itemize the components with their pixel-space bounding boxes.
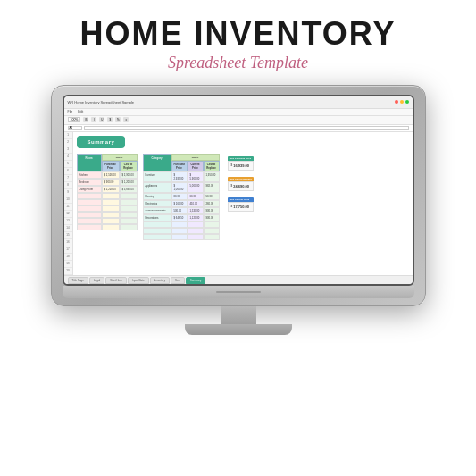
total-replace-amount: $ 24,690.00	[228, 181, 254, 191]
table-row	[77, 193, 138, 199]
monitor-screen: WR Home Inventory Spreadsheet Sample Fil…	[63, 95, 414, 286]
table-row: Furniture $ 2,939.00 $ 5,900.00 1,950.00	[143, 171, 220, 182]
menu-file[interactable]: File	[68, 110, 73, 113]
total-current-value: 17,750.00	[233, 205, 249, 209]
table-row: Appliances $ 1,000.00 5,000.00 982.00	[143, 182, 220, 193]
table-row	[143, 228, 220, 234]
table-row: Cooking Equipments 500.00 1,530.00 900.0…	[143, 207, 220, 214]
total-purchase-box: Total Purchase Price $ 16,939.00	[225, 154, 256, 172]
table-row	[77, 205, 138, 212]
table-row	[143, 234, 220, 240]
room-col-header: Room	[77, 154, 102, 171]
cat-current-header: Current Price	[188, 161, 204, 171]
tab-input-date[interactable]: Input Date	[128, 277, 149, 284]
ss-content: Summary Room TOTAL	[73, 132, 413, 275]
total-replace-value: 24,690.00	[233, 184, 249, 188]
max-btn[interactable]	[405, 100, 409, 104]
total-replace-box: Total Cost to Replace $ 24,690.00	[225, 175, 256, 193]
value-boxes: Total Purchase Price $ 16,939.00 Total C…	[225, 154, 256, 240]
main-title: HOME INVENTORY	[18, 16, 458, 52]
zoom-box[interactable]: 100%	[68, 117, 81, 122]
category-table: Category TOTAL Purchase Price Current Pr…	[143, 154, 220, 240]
table-row	[143, 221, 220, 228]
cell-ref[interactable]: A1	[68, 126, 82, 130]
monitor-chin	[63, 286, 414, 298]
toolbar-btn-1[interactable]: B	[83, 117, 88, 122]
ss-tabs: Title Page Legal Start Here Input Date I…	[64, 275, 413, 284]
tab-summary[interactable]: Summary	[186, 277, 206, 284]
ss-menubar: File Edit	[64, 109, 413, 116]
table-row: Decorations $ 646.50 1,120.00 900.00	[143, 214, 220, 221]
ss-title: WR Home Inventory Spreadsheet Sample	[68, 100, 395, 104]
cat-purchase-header: Purchase Price	[171, 161, 188, 171]
table-row: Kitchen $ 2,526.00 $ 2,900.00	[77, 171, 138, 179]
tab-start-here[interactable]: Start Here	[105, 277, 127, 284]
monitor: WR Home Inventory Spreadsheet Sample Fil…	[51, 85, 426, 335]
monitor-chin-line	[216, 291, 261, 293]
table-row	[77, 224, 138, 230]
purchase-price-header: Purchase Price	[102, 161, 120, 171]
room-table-header: Room TOTAL Purchase Price Cost to Replac…	[77, 154, 138, 171]
header-area: HOME INVENTORY Spreadsheet Template	[0, 0, 476, 79]
table-row: Bedroom $ 900.00 $ 1,200.00	[77, 179, 138, 186]
table-row	[77, 199, 138, 205]
toolbar-btn-2[interactable]: I	[91, 117, 96, 122]
toolbar-btn-6[interactable]: ≡	[123, 117, 129, 122]
total-current-box: Total Current Value $ 17,750.00	[225, 196, 256, 213]
sub-title: Spreadsheet Template	[18, 54, 458, 72]
total-purchase-amount: $ 16,939.00	[228, 161, 254, 171]
room-table: Room TOTAL Purchase Price Cost to Replac…	[77, 154, 138, 240]
toolbar-btn-3[interactable]: U	[99, 117, 104, 122]
ss-topbar: WR Home Inventory Spreadsheet Sample	[64, 96, 413, 109]
min-btn[interactable]	[400, 100, 404, 104]
table-row: Flooring 80.00 60.00 50.00	[143, 193, 220, 200]
total-purchase-value: 16,939.00	[233, 163, 249, 168]
ss-toolbar: 100% B I U $ % ≡	[64, 116, 413, 125]
toolbar-btn-5[interactable]: %	[115, 117, 121, 122]
table-row	[77, 212, 138, 218]
monitor-base	[185, 324, 292, 335]
tab-sort[interactable]: Sort	[171, 277, 185, 284]
tab-legal[interactable]: Legal	[89, 277, 104, 284]
spreadsheet: WR Home Inventory Spreadsheet Sample Fil…	[64, 96, 413, 284]
total-header: TOTAL	[102, 154, 138, 161]
cat-total-header: TOTAL	[171, 154, 220, 161]
total-current-amount: $ 17,750.00	[228, 202, 254, 212]
table-row: Living Room $ 2,218.00 $ 3,660.00	[77, 186, 138, 193]
ss-formulabar: A1	[64, 125, 413, 132]
table-row: Electronics $ 160.00 410.00 260.00	[143, 200, 220, 207]
cost-replace-header: Cost to Replace	[120, 161, 138, 171]
monitor-neck	[221, 306, 256, 324]
cat-col-header: Category	[143, 154, 171, 171]
category-table-header: Category TOTAL Purchase Price Current Pr…	[143, 154, 220, 171]
row-numbers: 1 2 3 4 5 6 7 8 9 10 11 12 13 14	[64, 132, 73, 275]
tab-title-page[interactable]: Title Page	[68, 277, 88, 284]
formula-input[interactable]	[84, 126, 409, 130]
table-row	[77, 218, 138, 224]
menu-edit[interactable]: Edit	[78, 110, 83, 113]
close-btn[interactable]	[395, 100, 398, 104]
toolbar-btn-4[interactable]: $	[107, 117, 113, 122]
summary-button[interactable]: Summary	[77, 136, 126, 148]
cat-replace-header2: Cost to Replace	[204, 161, 220, 171]
tab-inventory[interactable]: Inventory	[150, 277, 170, 284]
window-controls	[395, 100, 409, 104]
ss-main: 1 2 3 4 5 6 7 8 9 10 11 12 13 14	[64, 132, 413, 275]
monitor-frame: WR Home Inventory Spreadsheet Sample Fil…	[51, 85, 426, 306]
ss-tables: Room TOTAL Purchase Price Cost to Replac…	[77, 154, 409, 240]
